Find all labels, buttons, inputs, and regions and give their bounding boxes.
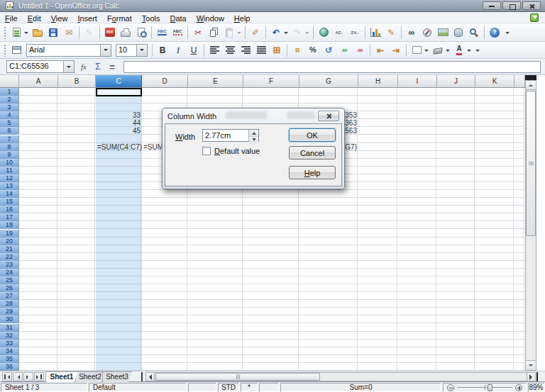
toolbar-overflow-icon[interactable] [475,50,480,54]
scroll-down-button[interactable] [525,360,536,371]
email-button[interactable]: ✉ [61,25,77,40]
equals-button[interactable]: = [105,60,119,74]
copy-button[interactable] [206,25,221,40]
row-header-8[interactable]: 8 [0,143,19,151]
ok-button[interactable]: OK [289,128,336,142]
align-center-button[interactable] [222,43,238,58]
spin-down-button[interactable] [249,137,258,143]
italic-button[interactable]: I [170,43,186,58]
cell-C4[interactable]: 33 [96,111,142,119]
row-header-25[interactable]: 25 [0,276,19,284]
toolbar-overflow-icon[interactable] [505,32,510,36]
row-header-26[interactable]: 26 [0,284,19,292]
number-format-standard-button[interactable]: ↺ [321,43,336,58]
active-cell-border[interactable] [96,88,142,96]
print-button[interactable] [118,25,133,40]
row-header-20[interactable]: 20 [0,237,19,245]
zoom-in-button[interactable] [515,384,522,391]
zoom-percent[interactable]: 89% [528,383,544,392]
column-header-H[interactable]: H [358,75,398,88]
sort-descending-button[interactable]: ZA↓ [347,25,363,40]
close-button[interactable] [522,1,541,10]
page-preview-button[interactable] [133,25,149,40]
row-header-23[interactable]: 23 [0,261,19,269]
font-name-combo-value[interactable]: Arial [27,45,100,56]
percent-button[interactable]: % [305,43,321,58]
row-header-17[interactable]: 17 [0,213,19,221]
navigator-button[interactable] [419,25,435,40]
row-header-9[interactable]: 9 [0,151,19,159]
gallery-button[interactable] [435,25,451,40]
align-left-button[interactable] [207,43,222,58]
font-size-combo-value[interactable]: 10 [116,45,136,56]
row-header-11[interactable]: 11 [0,167,19,174]
delete-decimal-button[interactable]: .00 [352,43,368,58]
menu-format[interactable]: Format [102,14,137,23]
row-header-6[interactable]: 6 [0,127,19,135]
default-value-checkbox[interactable] [202,147,211,155]
currency-button[interactable]: ¤ [290,43,305,58]
save-button[interactable] [45,25,61,40]
row-header-22[interactable]: 22 [0,253,19,261]
sort-ascending-button[interactable]: AZ↓ [331,25,347,40]
column-header-I[interactable]: I [398,75,437,88]
spin-up-button[interactable] [249,130,258,137]
maximize-button[interactable] [502,1,521,10]
update-notification-icon[interactable] [528,11,541,23]
row-header-27[interactable]: 27 [0,292,19,300]
function-wizard-button[interactable]: fx [77,60,91,74]
column-header-B[interactable]: B [58,75,96,88]
tab-first-button[interactable] [2,372,12,381]
menu-insert[interactable]: Insert [72,14,102,23]
zoom-slider[interactable] [443,383,527,392]
add-decimal-button[interactable]: .00 [336,43,352,58]
font-size-combo[interactable]: 10 [116,44,148,57]
open-button[interactable] [30,25,45,40]
row-header-28[interactable]: 28 [0,300,19,308]
row-header-24[interactable]: 24 [0,269,19,276]
row-header-33[interactable]: 33 [0,340,19,347]
zoom-button[interactable] [466,25,482,40]
dialog-title-bar[interactable]: Column Width [165,108,342,123]
menu-edit[interactable]: Edit [23,14,46,23]
row-header-29[interactable]: 29 [0,308,19,315]
help-button[interactable]: ? [487,25,502,40]
zoom-slider-track[interactable] [457,383,512,391]
name-box-dropdown-icon[interactable] [63,61,74,72]
column-header-G[interactable]: G [299,75,358,88]
cell-C5[interactable]: 44 [96,119,142,127]
name-box-value[interactable]: C1:C65536 [7,61,63,72]
menu-file[interactable]: File [0,14,23,23]
align-justify-button[interactable] [253,43,269,58]
selection-mode[interactable]: STD [218,383,239,392]
row-header-36[interactable]: 36 [0,363,19,371]
menu-view[interactable]: View [46,14,73,23]
scroll-right-button[interactable] [527,372,536,381]
minimize-button[interactable] [483,1,501,10]
align-right-button[interactable] [238,43,253,58]
column-header-E[interactable]: E [188,75,243,88]
toolbar-grip[interactable] [4,26,6,39]
column-header-K[interactable]: K [475,75,514,88]
draw-functions-button[interactable]: ✎ [383,25,399,40]
sheet-tab-sheet1[interactable]: Sheet1 [45,371,78,382]
merge-cells-button[interactable]: ⊞ [269,43,285,58]
cell-C8[interactable]: =SUM(C4:C7) [96,143,142,151]
sheet-indicator[interactable]: Sheet 1 / 3 [1,383,87,392]
row-header-5[interactable]: 5 [0,119,19,127]
cancel-button[interactable]: Cancel [289,146,336,159]
row-header-12[interactable]: 12 [0,174,19,182]
cell-C6[interactable]: 45 [96,127,142,135]
scroll-up-button[interactable] [525,80,536,90]
undo-button[interactable]: ↶ [268,25,290,40]
row-header-7[interactable]: 7 [0,135,19,143]
page-style[interactable]: Default [89,383,187,392]
menu-data[interactable]: Data [165,14,191,23]
sheet-tab-sheet2[interactable]: Sheet2 [75,371,105,382]
menu-help[interactable]: Help [229,14,255,23]
menu-window[interactable]: Window [192,14,229,23]
decrease-indent-button[interactable]: ⇤ [373,43,388,58]
background-color-button[interactable] [430,43,451,58]
row-header-1[interactable]: 1 [0,88,19,96]
zoom-out-button[interactable] [447,384,454,391]
